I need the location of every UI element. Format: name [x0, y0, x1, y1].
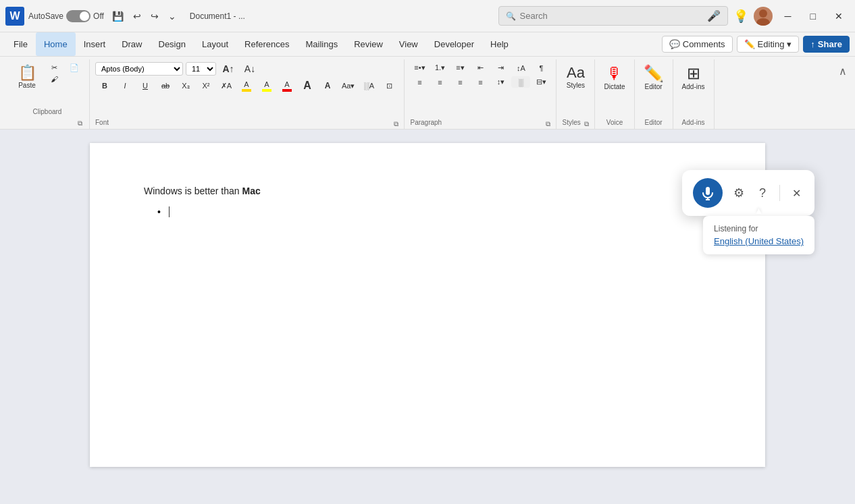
- dictate-settings-button[interactable]: ⚙: [729, 181, 748, 204]
- subscript-button[interactable]: X₂: [176, 80, 195, 92]
- menu-references[interactable]: References: [236, 32, 297, 56]
- redo-button[interactable]: ↪: [147, 8, 163, 24]
- borders-para-button[interactable]: ⊟▾: [532, 76, 550, 88]
- multilevel-list-button[interactable]: ≡▾: [450, 62, 469, 74]
- copy-button[interactable]: 📄: [65, 62, 84, 74]
- text-color-button[interactable]: A: [278, 79, 296, 93]
- align-right-button[interactable]: ≡: [450, 76, 469, 88]
- save-button[interactable]: 💾: [108, 8, 128, 24]
- shading-para-button[interactable]: ░: [511, 76, 530, 88]
- styles-expand[interactable]: ⧉: [584, 120, 589, 128]
- avatar[interactable]: [754, 7, 773, 26]
- editing-label: Editing: [758, 39, 785, 49]
- menu-draw[interactable]: Draw: [113, 32, 150, 56]
- font-expand[interactable]: ⧉: [394, 120, 398, 128]
- clipboard-group: 📋 Paste ✂ 📄 🖌 Clipboard ⧉: [5, 59, 90, 129]
- voice-group: 🎙 Dictate Voice: [595, 59, 634, 129]
- close-button[interactable]: ✕: [828, 7, 850, 26]
- help-icon: ?: [759, 186, 766, 200]
- dictate-icon: 🎙: [606, 64, 623, 83]
- editor-button[interactable]: ✏️ Editor: [640, 62, 667, 92]
- highlight-color-button[interactable]: A: [257, 79, 276, 93]
- comments-button[interactable]: 💬 Comments: [662, 36, 733, 53]
- menu-mailings[interactable]: Mailings: [298, 32, 346, 56]
- lightbulb-icon[interactable]: 💡: [733, 9, 748, 24]
- editing-icon: ✏️: [744, 39, 755, 49]
- decrease-font-button[interactable]: A↓: [240, 62, 259, 76]
- font-size-large-button[interactable]: A: [298, 78, 317, 93]
- customize-qat-button[interactable]: ⌄: [164, 8, 180, 24]
- editor-group: ✏️ Editor Editor: [635, 59, 673, 129]
- settings-icon: ⚙: [733, 186, 744, 200]
- dictate-button[interactable]: 🎙 Dictate: [600, 62, 628, 92]
- italic-button[interactable]: I: [115, 80, 134, 91]
- shading-button[interactable]: ░A: [359, 80, 378, 91]
- quick-access-toolbar: 💾 ↩ ↪ ⌄: [108, 8, 180, 24]
- font-family-select[interactable]: Aptos (Body): [95, 62, 183, 76]
- titlebar-right: 💡 ─ □ ✕: [733, 7, 850, 26]
- increase-font-button[interactable]: A↑: [219, 62, 238, 76]
- menu-developer[interactable]: Developer: [426, 32, 482, 56]
- share-button[interactable]: ↑ Share: [803, 36, 850, 53]
- menu-review[interactable]: Review: [346, 32, 391, 56]
- document-page[interactable]: Windows is better than Mac •: [90, 143, 765, 467]
- justify-button[interactable]: ≡: [471, 76, 490, 88]
- collapse-ribbon-button[interactable]: ∧: [836, 62, 850, 80]
- show-marks-button[interactable]: ¶: [532, 62, 550, 74]
- ribbon: 📋 Paste ✂ 📄 🖌 Clipboard ⧉ Aptos (Bod: [0, 57, 855, 130]
- change-case-button[interactable]: Aa▾: [338, 80, 358, 92]
- styles-button[interactable]: Aa Styles: [562, 62, 589, 91]
- cut-button[interactable]: ✂: [45, 62, 63, 74]
- listening-for-label: Listening for: [714, 224, 804, 233]
- listening-language[interactable]: English (United States): [714, 236, 804, 246]
- bullets-button[interactable]: ≡•▾: [410, 62, 429, 74]
- editing-button[interactable]: ✏️ Editing ▾: [737, 36, 800, 53]
- menu-file[interactable]: File: [5, 32, 36, 56]
- font-size-select[interactable]: 11: [186, 62, 216, 76]
- clipboard-expand[interactable]: ⧉: [76, 118, 84, 129]
- menu-design[interactable]: Design: [151, 32, 194, 56]
- maximize-button[interactable]: □: [804, 7, 823, 26]
- undo-button[interactable]: ↩: [129, 8, 145, 24]
- share-label: Share: [818, 39, 842, 49]
- menu-help[interactable]: Help: [482, 32, 517, 56]
- minimize-button[interactable]: ─: [778, 7, 798, 26]
- superscript-button[interactable]: X²: [197, 80, 215, 91]
- mic-search-icon[interactable]: 🎤: [707, 9, 721, 22]
- titlebar: W AutoSave Off 💾 ↩ ↪ ⌄ Document1 - ... 🔍: [0, 0, 855, 32]
- search-bar[interactable]: 🔍 🎤: [498, 6, 728, 26]
- decrease-indent-button[interactable]: ⇤: [471, 62, 490, 74]
- align-center-button[interactable]: ≡: [430, 76, 449, 88]
- bold-button[interactable]: B: [95, 80, 114, 91]
- font-size-small-button[interactable]: A: [318, 80, 337, 92]
- strikethrough-button[interactable]: ab: [156, 80, 175, 91]
- titlebar-left: W AutoSave Off 💾 ↩ ↪ ⌄ Document1 - ...: [5, 7, 493, 26]
- increase-indent-button[interactable]: ⇥: [491, 62, 510, 74]
- document-bullet-item: •: [144, 206, 711, 217]
- line-spacing-button[interactable]: ↕▾: [491, 76, 510, 88]
- menu-home[interactable]: Home: [36, 32, 76, 56]
- addins-button[interactable]: ⊞ Add-ins: [679, 62, 708, 92]
- format-painter-button[interactable]: 🖌: [45, 74, 63, 84]
- autosave-toggle[interactable]: [66, 10, 90, 22]
- sort-button[interactable]: ↕A: [511, 62, 530, 74]
- dictate-close-button[interactable]: ✕: [789, 184, 804, 202]
- clear-format-button[interactable]: ✗A: [217, 80, 236, 92]
- font-group: Aptos (Body) 11 A↑ A↓ B I U ab X₂ X² ✗A …: [90, 59, 405, 129]
- mic-active-button[interactable]: [693, 178, 723, 208]
- menu-layout[interactable]: Layout: [194, 32, 236, 56]
- underline-button[interactable]: U: [136, 80, 155, 91]
- document-text-line1: Windows is better than Mac: [144, 184, 711, 198]
- numbering-button[interactable]: 1.▾: [430, 62, 449, 74]
- paste-icon: 📋: [18, 64, 36, 82]
- border-button[interactable]: ⊡: [380, 80, 398, 92]
- paste-button[interactable]: 📋 Paste: [11, 62, 43, 91]
- dictate-help-button[interactable]: ?: [755, 182, 770, 204]
- autosave-state: Off: [93, 11, 104, 21]
- menu-insert[interactable]: Insert: [76, 32, 114, 56]
- paragraph-expand[interactable]: ⧉: [546, 120, 550, 128]
- search-input[interactable]: [520, 11, 703, 21]
- menu-view[interactable]: View: [391, 32, 426, 56]
- align-left-button[interactable]: ≡: [410, 76, 429, 88]
- font-color-button[interactable]: A: [237, 79, 256, 93]
